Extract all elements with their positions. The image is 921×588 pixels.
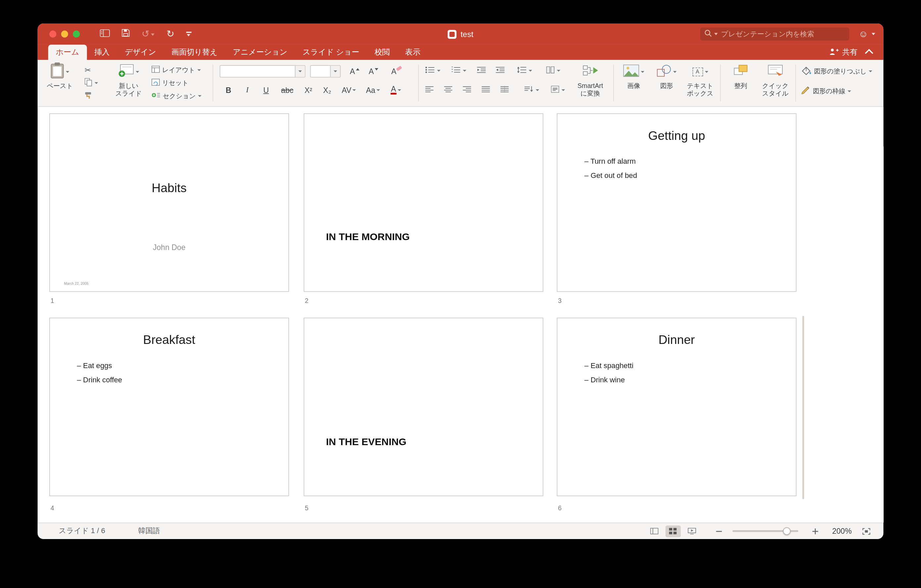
reset-button[interactable]: リセット — [151, 77, 189, 88]
tab-slideshow[interactable]: スライド ショー — [295, 45, 367, 60]
align-right-button[interactable] — [463, 84, 472, 95]
numbering-caret[interactable] — [463, 70, 467, 71]
paste-caret[interactable] — [66, 71, 70, 72]
line-spacing-button[interactable] — [517, 65, 532, 76]
section-button[interactable]: セクション — [151, 90, 202, 101]
search-input[interactable] — [720, 29, 845, 39]
redo-icon[interactable]: ↻ — [166, 29, 174, 39]
font-size-caret[interactable] — [330, 66, 340, 77]
font-name-combobox[interactable] — [220, 65, 305, 77]
decrease-indent-button[interactable] — [477, 65, 486, 76]
tab-home[interactable]: ホーム — [48, 45, 87, 60]
subscript-button[interactable]: X₂ — [318, 83, 336, 96]
slide-thumbnail-1[interactable]: Habits John Doe March 22, 2005 — [49, 114, 289, 292]
new-slide-button[interactable]: 新しい スライド — [111, 62, 146, 104]
tab-insert[interactable]: 挿入 — [87, 45, 117, 60]
share-button[interactable]: 共有 — [829, 47, 858, 58]
shrink-font-button[interactable]: A — [365, 65, 382, 77]
tab-animations[interactable]: アニメーション — [225, 45, 295, 60]
undo-dropdown-caret[interactable] — [151, 33, 155, 36]
textbox-button[interactable]: A テキスト ボックス — [684, 62, 716, 104]
copy-button[interactable] — [85, 77, 98, 88]
undo-button[interactable]: ↺ — [142, 29, 155, 39]
shape-fill-button[interactable]: 図形の塗りつぶし — [801, 66, 872, 76]
font-color-button[interactable]: A — [386, 83, 407, 96]
quick-styles-button[interactable]: クイック スタイル — [759, 62, 792, 104]
format-painter-button[interactable] — [85, 90, 92, 101]
superscript-button[interactable]: X² — [300, 83, 317, 96]
align-text-caret[interactable] — [561, 89, 565, 91]
shape-outline-button[interactable]: 図形の枠線 — [801, 86, 851, 96]
zoom-out-button[interactable] — [711, 525, 726, 537]
layout-caret[interactable] — [197, 69, 201, 71]
slide-thumbnail-5[interactable]: IN THE EVENING — [304, 318, 543, 496]
zoom-in-button[interactable] — [807, 525, 823, 537]
underline-button[interactable]: U — [259, 83, 273, 96]
section-caret[interactable] — [198, 95, 202, 97]
align-text-button[interactable] — [551, 84, 565, 95]
tab-transitions[interactable]: 画面切り替え — [164, 45, 225, 60]
justify-button[interactable] — [482, 84, 491, 95]
status-language[interactable]: 韓国語 — [138, 526, 160, 536]
slideshow-view-button[interactable] — [684, 525, 699, 537]
increase-indent-button[interactable] — [496, 65, 505, 76]
picture-caret[interactable] — [641, 71, 644, 72]
search-field[interactable] — [700, 28, 849, 41]
arrange-button[interactable]: 整列 — [727, 62, 754, 104]
distribute-text-button[interactable] — [501, 84, 509, 95]
tab-design[interactable]: デザイン — [117, 45, 164, 60]
paste-button[interactable]: ペースト — [46, 62, 74, 104]
collapse-ribbon-icon[interactable] — [865, 49, 873, 57]
layout-button[interactable]: レイアウト — [151, 65, 201, 75]
fit-to-window-button[interactable] — [862, 528, 871, 534]
bullets-caret[interactable] — [437, 70, 441, 71]
fullscreen-button[interactable] — [73, 31, 80, 37]
normal-view-button[interactable] — [646, 525, 662, 537]
close-button[interactable] — [49, 31, 56, 37]
italic-button[interactable]: I — [239, 83, 255, 96]
tab-view[interactable]: 表示 — [398, 45, 428, 60]
save-icon[interactable] — [122, 29, 130, 39]
slide-thumbnail-3[interactable]: Getting up – Turn off alarm – Get out of… — [557, 114, 796, 292]
tab-review[interactable]: 校閲 — [367, 45, 397, 60]
slide-thumbnail-4[interactable]: Breakfast – Eat eggs – Drink coffee — [49, 318, 289, 496]
align-left-button[interactable] — [425, 84, 434, 95]
zoom-level[interactable]: 200% — [832, 527, 851, 536]
columns-caret[interactable] — [557, 70, 560, 71]
customize-toolbar-button[interactable] — [186, 32, 192, 36]
columns-button[interactable] — [546, 65, 560, 76]
search-scope-caret[interactable] — [714, 33, 718, 35]
align-center-button[interactable] — [444, 84, 453, 95]
feedback-button[interactable]: ☺ — [859, 29, 875, 39]
smartart-button[interactable]: SmartArt に変換 — [571, 62, 610, 104]
zoom-slider-knob[interactable] — [783, 527, 790, 535]
bold-button[interactable]: B — [221, 83, 236, 96]
strikethrough-button[interactable]: abc — [277, 83, 297, 96]
change-case-button[interactable]: Aa — [363, 83, 383, 96]
bullets-button[interactable] — [425, 65, 440, 76]
text-direction-button[interactable] — [524, 84, 539, 95]
clear-format-button[interactable]: A — [388, 65, 405, 77]
font-name-caret[interactable] — [295, 66, 305, 77]
grow-font-button[interactable]: A — [347, 65, 363, 77]
slide-thumbnail-6[interactable]: Dinner – Eat spaghetti – Drink wine — [557, 318, 796, 496]
shapes-button[interactable]: 図形 — [653, 62, 680, 104]
shape-fill-caret[interactable] — [869, 70, 872, 72]
new-slide-caret[interactable] — [136, 71, 139, 72]
vertical-scrollbar[interactable] — [802, 316, 804, 499]
minimize-button[interactable] — [61, 31, 68, 37]
text-direction-caret[interactable] — [535, 89, 539, 91]
font-size-combobox[interactable] — [310, 65, 340, 77]
status-slide-counter[interactable]: スライド 1 / 6 — [59, 526, 105, 536]
shape-outline-caret[interactable] — [848, 90, 851, 92]
cut-button[interactable]: ✂ — [85, 65, 91, 75]
character-spacing-button[interactable]: AV — [337, 83, 361, 96]
picture-button[interactable]: 画像 — [619, 62, 648, 104]
shapes-caret[interactable] — [673, 71, 677, 72]
textbox-caret[interactable] — [705, 71, 708, 72]
numbering-button[interactable] — [451, 65, 467, 76]
slide-thumbnail-2[interactable]: IN THE MORNING — [304, 114, 543, 292]
copy-caret[interactable] — [94, 82, 98, 84]
toggle-sidebar-icon[interactable] — [100, 29, 110, 39]
zoom-slider[interactable] — [732, 530, 798, 532]
